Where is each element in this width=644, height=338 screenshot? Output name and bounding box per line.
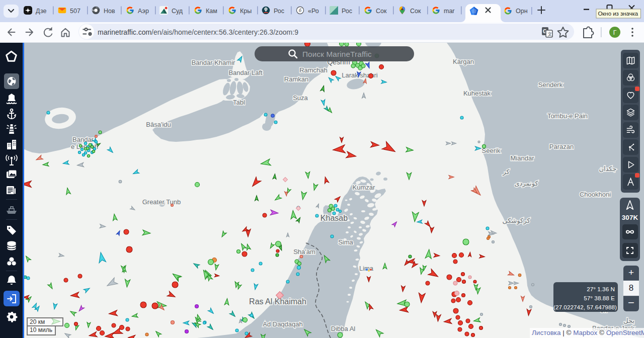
- svg-text:Kumzar: Kumzar: [353, 184, 375, 191]
- svg-text:Dibba Al: Dibba Al: [331, 325, 356, 332]
- svg-text:Sima: Sima: [338, 238, 353, 246]
- svg-text:Kargan: Kargan: [453, 58, 474, 65]
- svg-text:Bāsa'idu: Bāsa'idu: [146, 121, 171, 128]
- svg-text:Ramchah: Ramchah: [299, 66, 328, 74]
- svg-text:Miandar: Miandar: [511, 154, 535, 162]
- svg-text:Senderk: Senderk: [538, 81, 563, 89]
- svg-text:Chookhoni: Chookhoni: [580, 191, 611, 198]
- svg-text:Suza: Suza: [293, 94, 308, 102]
- svg-text:Sha'am: Sha'am: [293, 248, 315, 256]
- svg-text:Tombu-e Pain: Tombu-e Pain: [547, 112, 588, 120]
- svg-text:بحل: بحل: [623, 317, 634, 324]
- svg-text:Lima: Lima: [359, 265, 374, 272]
- svg-text:Bandar: Bandar: [72, 136, 94, 143]
- svg-text:Bandar Laft: Bandar Laft: [228, 69, 263, 76]
- svg-text:Ras Al Khaimah: Ras Al Khaimah: [249, 297, 306, 306]
- svg-text:کر: کر: [502, 168, 510, 176]
- svg-text:Khasab: Khasab: [320, 214, 348, 222]
- svg-text:کرکوشکی: کرکوشکی: [502, 217, 530, 225]
- svg-text:Greater Tunb: Greater Tunb: [142, 198, 181, 206]
- svg-text:Kuhestak: Kuhestak: [463, 90, 491, 97]
- svg-text:Bandar Khamir: Bandar Khamir: [192, 59, 235, 66]
- svg-text:جکدان: جکدان: [599, 165, 616, 173]
- svg-text:Parazan: Parazan: [549, 143, 574, 150]
- svg-text:کونمردی: کونمردی: [514, 180, 538, 188]
- svg-text:Ramkan: Ramkan: [284, 75, 308, 83]
- svg-text:Ad Daqdaqah: Ad Daqdaqah: [263, 320, 303, 328]
- svg-text:Tabl: Tabl: [233, 99, 245, 106]
